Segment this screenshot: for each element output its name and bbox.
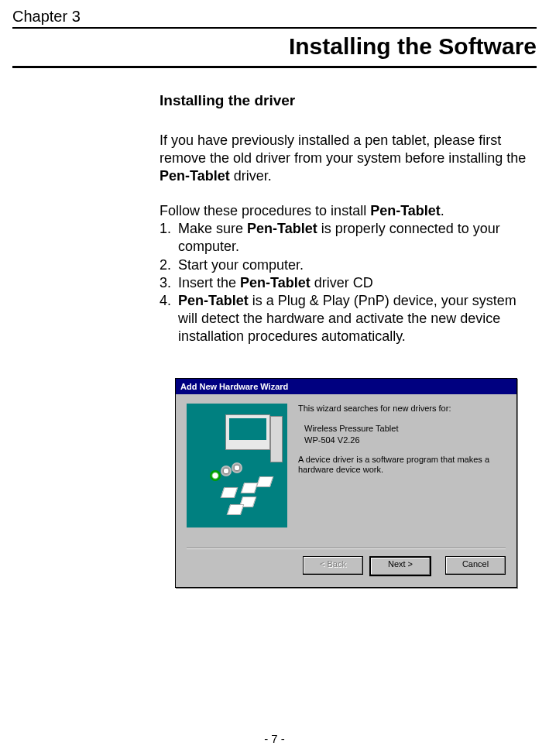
step-text-post: driver CD bbox=[311, 275, 373, 290]
list-item: 3. Insert the Pen-Tablet driver CD bbox=[160, 274, 534, 292]
chapter-label: Chapter 3 bbox=[12, 8, 537, 26]
wizard-line1: This wizard searches for new drivers for… bbox=[298, 404, 506, 414]
cd-icon bbox=[221, 466, 232, 476]
tower-icon bbox=[270, 416, 283, 462]
wizard-description: A device driver is a software program th… bbox=[298, 455, 506, 476]
page-number: - 7 - bbox=[0, 732, 549, 745]
intro-text-pre: If you have previously installed a pen t… bbox=[160, 132, 526, 166]
list-number: 1. bbox=[160, 220, 178, 238]
list-item: 4. Pen-Tablet is a Plug & Play (PnP) dev… bbox=[160, 292, 534, 345]
list-item: 1. Make sure Pen-Tablet is properly conn… bbox=[160, 220, 534, 256]
procedure-intro: Follow these procedures to install Pen-T… bbox=[160, 202, 534, 220]
list-text: Start your computer. bbox=[178, 256, 534, 274]
wizard-device-name: Wireless Pressure Tablet bbox=[304, 423, 506, 434]
wizard-main: This wizard searches for new drivers for… bbox=[187, 404, 506, 543]
list-text: Insert the Pen-Tablet driver CD bbox=[178, 274, 534, 292]
document-icon bbox=[227, 504, 245, 515]
monitor-icon bbox=[225, 414, 270, 450]
procedure-intro-bold: Pen-Tablet bbox=[370, 203, 441, 218]
document-icon bbox=[241, 483, 259, 493]
chapter-title: Installing the Software bbox=[12, 27, 537, 68]
list-number: 3. bbox=[160, 274, 178, 292]
document-icon bbox=[221, 487, 238, 498]
wizard-titlebar: Add New Hardware Wizard bbox=[176, 379, 516, 394]
list-text: Pen-Tablet is a Plug & Play (PnP) device… bbox=[178, 292, 534, 345]
cd-icon bbox=[232, 462, 242, 473]
procedure-intro-pre: Follow these procedures to install bbox=[160, 203, 370, 218]
content-area: Installing the driver If you have previo… bbox=[160, 91, 534, 588]
procedure-list: 1. Make sure Pen-Tablet is properly conn… bbox=[160, 220, 534, 345]
cd-icon bbox=[210, 470, 221, 481]
wizard-screenshot: Add New Hardware Wizard bbox=[175, 378, 517, 588]
list-text: Make sure Pen-Tablet is properly connect… bbox=[178, 220, 534, 256]
wizard-button-row: < Back Next > Cancel bbox=[187, 556, 506, 579]
wizard-divider bbox=[187, 548, 506, 548]
next-button[interactable]: Next > bbox=[369, 556, 431, 576]
wizard-text: This wizard searches for new drivers for… bbox=[298, 404, 506, 543]
intro-text-post: driver. bbox=[230, 168, 272, 184]
wizard-device: Wireless Pressure Tablet WP-504 V2.26 bbox=[304, 423, 506, 445]
list-number: 4. bbox=[160, 292, 178, 310]
step-text-bold: Pen-Tablet bbox=[247, 221, 317, 236]
step-text-bold: Pen-Tablet bbox=[178, 293, 249, 308]
wizard-graphic bbox=[187, 404, 287, 527]
intro-text-bold: Pen-Tablet bbox=[160, 168, 230, 184]
intro-paragraph: If you have previously installed a pen t… bbox=[160, 132, 534, 185]
wizard-body: This wizard searches for new drivers for… bbox=[176, 394, 516, 587]
procedure-intro-post: . bbox=[441, 203, 444, 218]
document-icon bbox=[256, 476, 274, 487]
step-text-bold: Pen-Tablet bbox=[240, 275, 311, 290]
cancel-button[interactable]: Cancel bbox=[445, 556, 506, 575]
step-text-pre: Make sure bbox=[178, 221, 247, 236]
wizard-device-version: WP-504 V2.26 bbox=[304, 435, 506, 445]
step-text-pre: Insert the bbox=[178, 275, 240, 290]
list-item: 2. Start your computer. bbox=[160, 256, 534, 274]
section-heading: Installing the driver bbox=[160, 91, 534, 110]
back-button[interactable]: < Back bbox=[303, 556, 363, 575]
document-page: Chapter 3 Installing the Software Instal… bbox=[0, 0, 549, 756]
list-number: 2. bbox=[160, 256, 178, 274]
